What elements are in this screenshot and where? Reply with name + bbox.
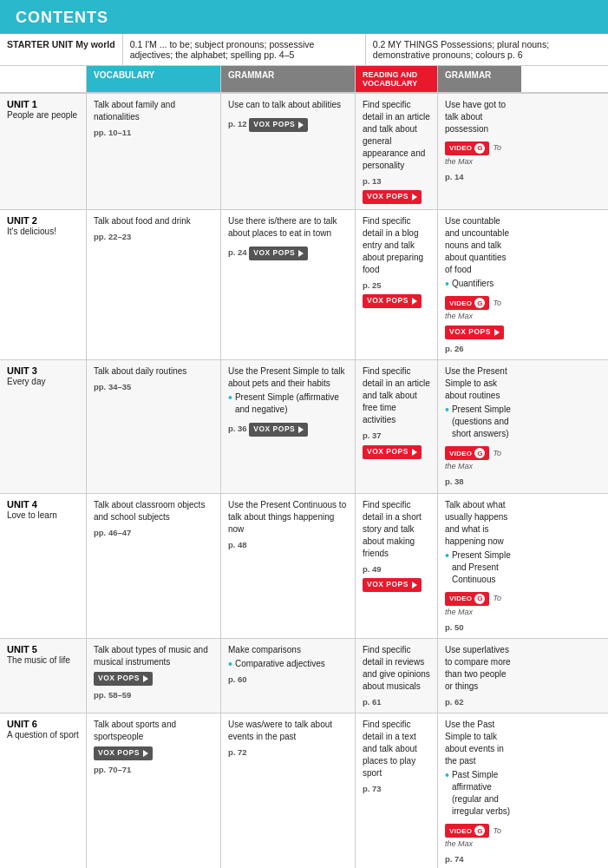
vox-pops-button[interactable]: VOX POPS <box>249 247 308 260</box>
grammar2-page-ref: p. 74 <box>445 853 514 865</box>
starter-col1: 0.1 I'M ... to be; subject pronouns; pos… <box>123 34 366 65</box>
unit-label-cell: UNIT 4 Love to learn <box>0 494 87 638</box>
bullet-text: Present Simple (questions and short answ… <box>452 404 514 440</box>
grammar-page-ref: p. 48 <box>228 539 348 550</box>
unit-label-cell: UNIT 3 Every day <box>0 360 87 492</box>
col-header-vocab: VOCABULARY <box>87 66 221 92</box>
col-header-empty <box>0 66 87 92</box>
video-g-button[interactable]: VIDEO G <box>445 296 489 310</box>
unit-label-cell: UNIT 5 The music of life <box>0 639 87 713</box>
vocab-page-ref: pp. 10–11 <box>94 127 213 138</box>
bullet-item: •Present Simple (affirmative and negativ… <box>228 391 348 416</box>
unit-row: UNIT 4 Love to learn Talk about classroo… <box>0 494 608 639</box>
bullet-dot: • <box>228 658 232 670</box>
unit-reading-cell: Find specific detail in a short story an… <box>356 494 438 638</box>
starter-unit-text: STARTER UNIT My world <box>7 39 115 49</box>
unit-grammar-cell: Use was/were to talk about events in the… <box>221 713 356 868</box>
bullet-dot: • <box>445 549 449 562</box>
unit-grammar-cell: Use there is/there are to talk about pla… <box>221 210 356 359</box>
grammar2-page-ref: p. 38 <box>445 476 514 487</box>
reading-page-ref: p. 13 VOX POPS <box>363 175 430 204</box>
vox-pops-button[interactable]: VOX POPS <box>249 423 308 437</box>
unit-grammar2-cell: Use superlatives to compare more than tw… <box>438 639 521 713</box>
unit-name: Love to learn <box>7 510 81 520</box>
vox-pops-button[interactable]: VOX POPS <box>363 294 422 308</box>
col-header-grammar2: GRAMMAR <box>438 66 521 92</box>
page-title: CONTENTS <box>16 9 592 27</box>
grammar-page-ref: p. 12 VOX POPS <box>228 115 348 132</box>
bullet-text: Past Simple affirmative (regular and irr… <box>452 769 514 818</box>
bullet-item: •Present Simple and Present Continuous <box>445 549 514 586</box>
grammar-page-ref: p. 36 VOX POPS <box>228 419 348 437</box>
unit-row: UNIT 3 Every day Talk about daily routin… <box>0 360 608 493</box>
unit-reading-cell: Find specific detail in a blog entry and… <box>356 210 438 359</box>
grammar-page-ref: p. 60 <box>228 674 348 685</box>
reading-page-ref: p. 61 <box>363 696 430 707</box>
starter-unit-row: STARTER UNIT My world 0.1 I'M ... to be;… <box>0 34 608 66</box>
unit-vocab-cell: Talk about family and nationalities pp. … <box>87 94 221 209</box>
unit-grammar2-cell: Use have got to talk about possession VI… <box>438 94 521 209</box>
reading-page-ref: p. 25 VOX POPS <box>363 279 430 308</box>
bullet-item: •Comparative adjectives <box>228 658 348 670</box>
video-g-button[interactable]: VIDEO G <box>445 446 489 460</box>
bullet-dot: • <box>445 404 449 416</box>
unit-vocab-cell: Talk about food and drink pp. 22–23 <box>87 210 221 359</box>
unit-grammar2-cell: Use the Present Simple to ask about rout… <box>438 360 521 492</box>
grammar2-page-ref: p. 14 <box>445 171 514 182</box>
unit-vocab-cell: Talk about sports and sportspeople VOX P… <box>87 713 221 868</box>
unit-reading-cell: Find specific detail in an article and t… <box>356 360 438 492</box>
grammar2-page-ref: p. 62 <box>445 696 514 707</box>
unit-grammar-cell: Use the Present Continuous to talk about… <box>221 494 356 638</box>
col-header-grammar1: GRAMMAR <box>221 66 356 92</box>
bullet-item: •Past Simple affirmative (regular and ir… <box>445 769 514 818</box>
starter-col2: 0.2 MY THINGS Possessions; plural nouns;… <box>366 34 608 65</box>
page-header: CONTENTS <box>0 0 608 34</box>
video-g-button[interactable]: VIDEO G <box>445 824 489 838</box>
vox-pops-button[interactable]: VOX POPS <box>363 445 422 459</box>
starter-col2-text: 0.2 MY THINGS Possessions; plural nouns;… <box>373 39 549 60</box>
vox-pops-button[interactable]: VOX POPS <box>94 672 153 686</box>
bullet-item: •Quantifiers <box>445 278 514 290</box>
bullet-item: •Present Simple (questions and short ans… <box>445 404 514 440</box>
vocab-page-ref: pp. 70–71 <box>94 764 213 775</box>
video-g-button[interactable]: VIDEO G <box>445 592 489 606</box>
unit-row: UNIT 6 A question of sport Talk about sp… <box>0 713 608 868</box>
unit-grammar-cell: Use the Present Simple to talk about pet… <box>221 360 356 492</box>
unit-number: UNIT 2 <box>7 215 81 226</box>
bullet-dot: • <box>445 769 449 781</box>
video-g-button[interactable]: VIDEO G <box>445 141 489 155</box>
grammar2-page-ref: p. 26 <box>445 343 514 354</box>
unit-grammar2-cell: Talk about what usually happens and what… <box>438 494 521 638</box>
bullet-text: Present Simple (affirmative and negative… <box>235 391 348 416</box>
unit-number: UNIT 1 <box>7 99 81 109</box>
unit-row: UNIT 5 The music of life Talk about type… <box>0 639 608 713</box>
unit-label-cell: UNIT 1 People are people <box>0 94 87 209</box>
vox-pops-button[interactable]: VOX POPS <box>249 118 308 132</box>
bullet-text: Present Simple and Present Continuous <box>452 549 514 586</box>
bullet-dot: • <box>228 391 232 404</box>
unit-row: UNIT 1 People are people Talk about fami… <box>0 94 608 210</box>
starter-label: STARTER UNIT My world <box>0 34 123 65</box>
vox-pops-button[interactable]: VOX POPS <box>94 746 153 760</box>
vox-pops-button[interactable]: VOX POPS <box>363 578 422 592</box>
unit-reading-cell: Find specific detail in reviews and give… <box>356 639 438 713</box>
grammar2-page-ref: p. 50 <box>445 621 514 633</box>
units-table: UNIT 1 People are people Talk about fami… <box>0 94 608 868</box>
unit-reading-cell: Find specific detail in an article and t… <box>356 94 438 209</box>
vocab-page-ref: pp. 46–47 <box>94 527 213 538</box>
unit-number: UNIT 3 <box>7 365 81 376</box>
col-header-reading: READING andVOCABULARY <box>356 66 438 92</box>
starter-col1-text: 0.1 I'M ... to be; subject pronouns; pos… <box>130 39 315 60</box>
unit-number: UNIT 5 <box>7 644 81 654</box>
vox-pops-button[interactable]: VOX POPS <box>445 326 504 339</box>
vocab-page-ref: pp. 58–59 <box>94 689 213 700</box>
bullet-dot: • <box>445 278 449 290</box>
reading-page-ref: p. 37 VOX POPS <box>363 430 430 458</box>
unit-reading-cell: Find specific detail in a text and talk … <box>356 713 438 868</box>
grammar-page-ref: p. 72 <box>228 746 348 758</box>
unit-row: UNIT 2 It's delicious! Talk about food a… <box>0 210 608 360</box>
vox-pops-button[interactable]: VOX POPS <box>363 190 422 204</box>
unit-name: The music of life <box>7 655 81 665</box>
vocab-page-ref: pp. 34–35 <box>94 381 213 392</box>
grammar-page-ref: p. 24 VOX POPS <box>228 243 348 260</box>
